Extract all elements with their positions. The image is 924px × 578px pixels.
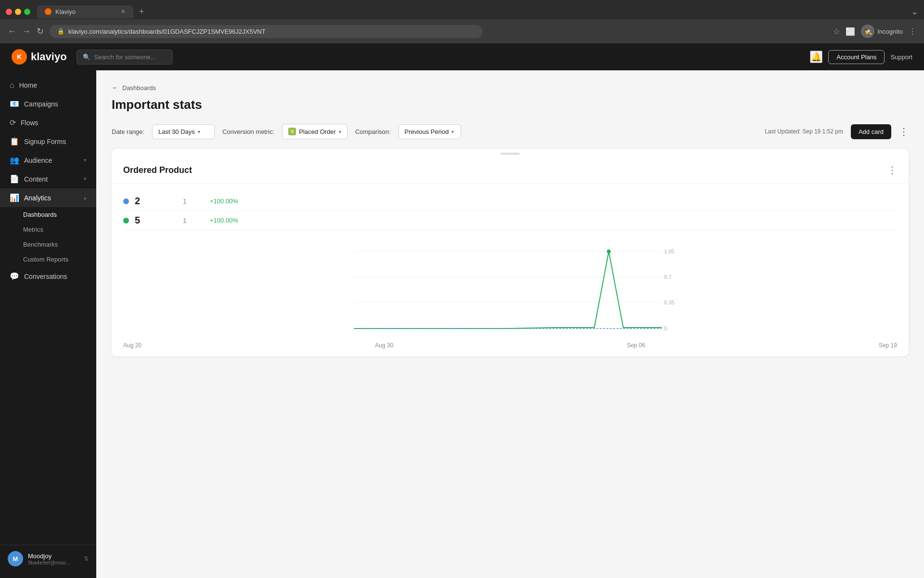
- stat-value-1: 5: [135, 215, 164, 226]
- tab-close-button[interactable]: ✕: [121, 8, 126, 15]
- sidebar-subitem-metrics[interactable]: Metrics: [0, 222, 96, 237]
- breadcrumb[interactable]: ← Dashboards: [112, 84, 909, 92]
- sidebar-item-home-label: Home: [19, 81, 37, 89]
- comparison-label: Comparison:: [355, 128, 391, 135]
- new-tab-button[interactable]: +: [135, 5, 148, 19]
- card-body: 2 1 +100.00% 5 1 +100.00%: [112, 184, 909, 238]
- shopify-icon: S: [288, 128, 296, 135]
- comparison-value: Previous Period: [405, 128, 449, 135]
- nav-actions: ☆ ⬜ 🕵 Incognito ⋮: [833, 25, 916, 38]
- bookmark-button[interactable]: ☆: [833, 27, 840, 36]
- app-layout: K klaviyo 🔍 Search for someone... 🔔 Acco…: [0, 43, 924, 578]
- extensions-button[interactable]: ⬜: [846, 27, 855, 36]
- add-card-button[interactable]: Add card: [851, 124, 891, 139]
- comparison-select[interactable]: Previous Period ▾: [398, 124, 461, 139]
- chevron-up-icon: ▴: [84, 195, 87, 201]
- stat-prev-0: 1: [183, 197, 202, 205]
- sidebar-item-analytics[interactable]: 📊 Analytics ▴: [0, 188, 96, 207]
- sidebar-item-campaigns[interactable]: 📧 Campaigns: [0, 94, 96, 113]
- conversion-metric-select[interactable]: S Placed Order ▾: [282, 124, 347, 139]
- sidebar-bottom: M Moodjoy 9ba4e9ef@moo... ⇅: [0, 545, 96, 572]
- sidebar-item-home[interactable]: ⌂ Home: [0, 76, 96, 94]
- account-plans-button[interactable]: Account Plans: [828, 50, 885, 64]
- svg-text:0: 0: [664, 326, 667, 331]
- close-dot[interactable]: [6, 9, 12, 15]
- lock-icon: 🔒: [57, 28, 64, 35]
- user-info: Moodjoy 9ba4e9ef@moo...: [28, 552, 79, 565]
- app-topnav: K klaviyo 🔍 Search for someone... 🔔 Acco…: [0, 43, 924, 70]
- conversion-metric-value: Placed Order: [299, 128, 336, 135]
- conversion-metric-label: Conversion metric:: [222, 128, 274, 135]
- topnav-right: 🔔 Account Plans Support: [810, 50, 912, 64]
- sidebar-item-audience-label: Audience: [24, 157, 52, 164]
- svg-text:0.7: 0.7: [664, 274, 671, 280]
- more-options-button[interactable]: ⋮: [899, 126, 909, 137]
- chart-label-sep19: Sep 19: [879, 342, 897, 349]
- support-button[interactable]: Support: [890, 53, 912, 61]
- chart-label-sep06: Sep 06: [627, 342, 645, 349]
- browser-nav-bar: ← → ↻ 🔒 klaviyo.com/analytics/dashboards…: [0, 19, 924, 43]
- chevron-down-icon-comparison: ▾: [451, 129, 454, 134]
- address-bar[interactable]: 🔒 klaviyo.com/analytics/dashboards/01GDA…: [50, 25, 483, 38]
- sidebar-item-audience[interactable]: 👥 Audience ▾: [0, 151, 96, 170]
- page-title: Important stats: [112, 97, 909, 112]
- url-display: klaviyo.com/analytics/dashboards/01GDASF…: [68, 28, 266, 35]
- incognito-icon: 🕵: [861, 25, 874, 38]
- card-header: Ordered Product ⋮: [112, 155, 909, 184]
- campaigns-icon: 📧: [10, 99, 19, 108]
- stat-row-1: 5 1 +100.00%: [123, 211, 897, 230]
- date-range-value: Last 30 Days: [158, 128, 195, 135]
- drag-handle[interactable]: [112, 149, 909, 155]
- stat-prev-1: 1: [183, 217, 202, 224]
- maximize-dot[interactable]: [24, 9, 30, 15]
- forward-button[interactable]: →: [22, 26, 31, 37]
- flows-icon: ⟳: [10, 118, 16, 127]
- sidebar-subitem-dashboards[interactable]: Dashboards: [0, 207, 96, 222]
- sidebar-item-conversations[interactable]: 💬 Conversations: [0, 267, 96, 286]
- minimize-dot[interactable]: [15, 9, 21, 15]
- card-title: Ordered Product: [123, 165, 192, 175]
- browser-tab-bar: Klaviyo ✕ + ⌄: [0, 0, 924, 19]
- sidebar-subitem-benchmarks[interactable]: Benchmarks: [0, 237, 96, 252]
- stat-dot-0: [123, 198, 129, 204]
- audience-icon: 👥: [10, 156, 19, 165]
- stat-value-0: 2: [135, 196, 164, 207]
- notifications-button[interactable]: 🔔: [810, 51, 822, 63]
- refresh-button[interactable]: ↻: [37, 26, 44, 37]
- logo-mark: K: [12, 49, 27, 65]
- sidebar-item-signup-forms[interactable]: 📋 Signup Forms: [0, 132, 96, 151]
- breadcrumb-link[interactable]: Dashboards: [122, 84, 156, 92]
- chart-label-aug20: Aug 20: [123, 342, 141, 349]
- user-avatar: M: [8, 551, 23, 566]
- drag-handle-bar: [500, 153, 520, 155]
- search-bar[interactable]: 🔍 Search for someone...: [77, 50, 173, 65]
- chevron-down-icon-date: ▾: [198, 129, 200, 134]
- stat-dot-1: [123, 218, 129, 223]
- chart-label-aug30: Aug 30: [375, 342, 393, 349]
- tab-list-button[interactable]: ⌄: [911, 6, 918, 17]
- chrome-menu-button[interactable]: ⋮: [909, 27, 916, 36]
- sidebar-item-campaigns-label: Campaigns: [24, 100, 58, 108]
- browser-tab[interactable]: Klaviyo ✕: [37, 5, 133, 18]
- chevron-down-icon-2: ▾: [84, 176, 87, 182]
- user-menu-chevron-icon: ⇅: [84, 555, 89, 562]
- tab-favicon: [45, 8, 51, 15]
- sidebar-item-conversations-label: Conversations: [24, 273, 67, 280]
- sidebar-item-flows[interactable]: ⟳ Flows: [0, 113, 96, 132]
- sidebar-item-content[interactable]: 📄 Content ▾: [0, 170, 96, 188]
- stat-row-0: 2 1 +100.00%: [123, 192, 897, 211]
- date-range-select[interactable]: Last 30 Days ▾: [152, 124, 215, 139]
- sidebar-subitem-custom-reports[interactable]: Custom Reports: [0, 252, 96, 267]
- user-row[interactable]: M Moodjoy 9ba4e9ef@moo... ⇅: [8, 551, 89, 566]
- sidebar-item-content-label: Content: [24, 175, 48, 183]
- content-area: ← Dashboards Important stats Date range:…: [96, 70, 924, 578]
- svg-text:0.35: 0.35: [664, 300, 674, 305]
- back-button[interactable]: ←: [8, 26, 16, 37]
- main-layout: ⌂ Home 📧 Campaigns ⟳ Flows 📋 Signup Form…: [0, 70, 924, 578]
- conversations-icon: 💬: [10, 272, 19, 281]
- content-icon: 📄: [10, 174, 19, 184]
- chart-container: 1.05 0.7 0.35 0 Aug 20: [112, 238, 909, 356]
- chart-peak-dot: [607, 250, 611, 253]
- card-menu-button[interactable]: ⋮: [887, 164, 897, 176]
- stat-change-1: +100.00%: [210, 217, 248, 224]
